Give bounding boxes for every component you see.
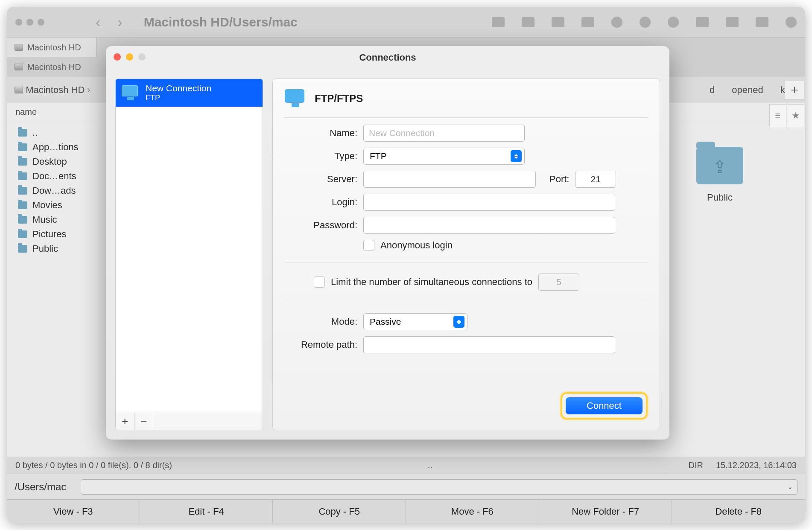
list-mode-icon[interactable]: ≡	[769, 104, 786, 127]
ftp-icon	[285, 89, 306, 108]
name-label: Name:	[285, 128, 357, 139]
password-label: Password:	[285, 220, 357, 231]
tab-secondary[interactable]: Macintosh HD	[7, 57, 89, 77]
name-input[interactable]	[363, 125, 525, 142]
titlebar: ‹› Macintosh HD/Users/mac	[7, 7, 805, 38]
disk-icon	[15, 87, 23, 93]
status-left: 0 bytes / 0 bytes in 0 / 0 file(s). 0 / …	[15, 460, 172, 470]
limit-input	[538, 274, 579, 291]
fn-delete[interactable]: Delete - F8	[672, 500, 805, 523]
toggle-icon[interactable]	[611, 17, 622, 28]
fn-copy[interactable]: Copy - F5	[273, 500, 406, 523]
server-input[interactable]	[363, 171, 536, 188]
dialog-titlebar: Connections	[106, 46, 669, 69]
view-gallery-icon[interactable]	[581, 17, 594, 27]
forward-icon[interactable]: ›	[117, 14, 122, 30]
folder-icon	[18, 230, 27, 238]
port-label: Port:	[549, 174, 569, 185]
connection-detail-panel: FTP/FTPS Name: Type: FTP Server: Port:	[272, 79, 660, 430]
status-bar: 0 bytes / 0 bytes in 0 / 0 file(s). 0 / …	[7, 457, 805, 474]
pause-icon[interactable]	[726, 17, 739, 27]
sidebar-item-new-connection[interactable]: New Connection FTP	[116, 79, 263, 107]
fn-move[interactable]: Move - F6	[406, 500, 539, 523]
folder-public[interactable]: ⇪Public	[696, 147, 743, 203]
view-grid-icon[interactable]	[552, 17, 564, 27]
fn-newfolder[interactable]: New Folder - F7	[539, 500, 672, 523]
chevron-right-icon: ›	[87, 84, 90, 96]
path-dropdown[interactable]: ⌄	[81, 479, 797, 495]
type-select[interactable]: FTP	[363, 148, 525, 165]
sidebar-item-subtitle: FTP	[146, 93, 211, 102]
sidebar-item-title: New Connection	[146, 83, 211, 93]
folder-icon	[18, 201, 27, 209]
mode-label: Mode:	[285, 316, 357, 327]
connect-button[interactable]: Connect	[566, 397, 643, 414]
status-date: 15.12.2023, 16:14:03	[716, 460, 797, 470]
detail-heading: FTP/FTPS	[315, 93, 363, 105]
path-title: Macintosh HD/Users/mac	[144, 15, 483, 29]
anonymous-checkbox[interactable]	[363, 240, 374, 251]
minimize-icon[interactable]	[126, 53, 133, 61]
disk-icon	[15, 44, 23, 51]
favorite-icon[interactable]: ★	[787, 104, 804, 127]
dropdown-knob-icon	[453, 316, 464, 328]
view-list-icon[interactable]	[492, 17, 505, 27]
path-bar: /Users/mac ⌄	[7, 474, 805, 499]
connections-sidebar: New Connection FTP + −	[115, 79, 263, 430]
folder-icon	[18, 158, 27, 166]
type-label: Type:	[285, 151, 357, 162]
server-label: Server:	[285, 174, 357, 185]
nav-arrows: ‹›	[96, 14, 123, 30]
window-controls	[15, 19, 44, 26]
login-label: Login:	[285, 197, 357, 208]
status-dir: DIR	[688, 460, 703, 470]
status-dots: ..	[428, 460, 432, 470]
disk-icon	[15, 64, 23, 70]
toolbar	[492, 17, 797, 28]
zoom-icon	[138, 53, 146, 61]
current-path: /Users/mac	[15, 481, 66, 493]
limit-checkbox[interactable]	[314, 277, 325, 288]
folder-icon	[18, 216, 27, 224]
connections-dialog: Connections New Connection FTP + − FTP/F…	[106, 46, 669, 440]
add-tab-button[interactable]: +	[785, 81, 804, 99]
dialog-window-controls	[114, 53, 146, 61]
sidebar-footer: + −	[116, 413, 263, 430]
download-icon[interactable]	[786, 17, 797, 28]
password-input[interactable]	[363, 217, 615, 234]
preview-icon[interactable]	[668, 17, 679, 28]
fn-edit[interactable]: Edit - F4	[140, 500, 273, 523]
dialog-title: Connections	[359, 52, 416, 63]
mode-select[interactable]: Passive	[363, 313, 467, 330]
fn-view[interactable]: View - F3	[7, 500, 140, 523]
limit-label: Limit the number of simultaneous connect…	[331, 277, 532, 288]
add-connection-button[interactable]: +	[116, 413, 134, 430]
info-icon[interactable]	[640, 17, 651, 28]
port-input[interactable]	[575, 171, 616, 188]
tab-active[interactable]: Macintosh HD	[7, 38, 96, 57]
remote-path-label: Remote path:	[285, 339, 357, 350]
dropdown-knob-icon	[511, 150, 522, 162]
remote-path-input[interactable]	[363, 336, 615, 353]
anonymous-label: Anonymous login	[380, 240, 453, 251]
remove-connection-button[interactable]: −	[134, 413, 153, 430]
login-input[interactable]	[363, 194, 615, 211]
folder-icon	[18, 143, 27, 151]
tab-label: Macintosh HD	[27, 43, 81, 52]
function-bar: View - F3 Edit - F4 Copy - F5 Move - F6 …	[7, 499, 805, 523]
tab-label: Macintosh HD	[27, 62, 81, 72]
connection-icon	[122, 85, 140, 101]
back-icon[interactable]: ‹	[96, 14, 100, 30]
binoculars-icon[interactable]	[696, 17, 709, 27]
close-icon[interactable]	[114, 53, 121, 61]
view-columns-icon[interactable]	[522, 17, 535, 27]
folder-icon	[18, 187, 27, 195]
folder-icon	[18, 172, 27, 180]
connect-highlight: Connect	[561, 392, 648, 419]
monitor-icon[interactable]	[756, 17, 768, 27]
folder-icon	[18, 245, 27, 253]
public-glyph-icon: ⇪	[696, 149, 743, 184]
folder-icon	[18, 129, 27, 137]
